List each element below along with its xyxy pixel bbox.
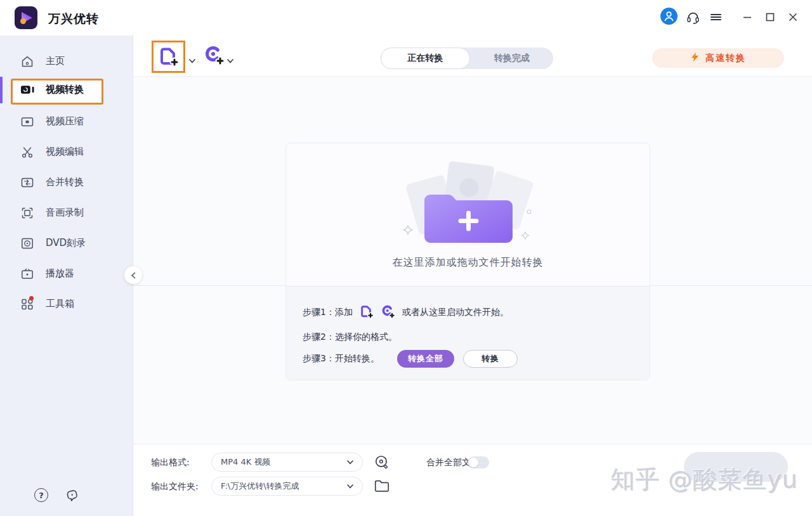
step2-row: 步骤2：选择你的格式。 xyxy=(303,330,397,345)
browse-folder-icon[interactable] xyxy=(373,477,391,495)
add-file-button[interactable] xyxy=(152,41,185,73)
sidebar-collapse-handle[interactable] xyxy=(124,266,142,284)
video-convert-icon xyxy=(20,83,34,97)
output-format-label: 输出格式: xyxy=(151,457,190,468)
help-icon[interactable] xyxy=(34,488,49,503)
file-plus-icon xyxy=(157,46,180,68)
sidebar-item-home[interactable]: 主页 xyxy=(0,48,133,75)
main-content: 在这里添加或拖动文件开始转换 步骤1：添加 或者从这里启动文件开始。 步骤2：选… xyxy=(133,77,812,516)
add-dvd-button[interactable] xyxy=(203,44,226,67)
merge-files-toggle[interactable] xyxy=(468,456,489,468)
sidebar-item-merge-convert[interactable]: 合并转换 xyxy=(0,169,133,197)
feedback-icon[interactable] xyxy=(65,488,80,503)
disc-plus-icon xyxy=(203,44,226,67)
sidebar-item-video-compress[interactable]: 视频压缩 xyxy=(0,108,133,136)
step1-suffix-text: 或者从这里启动文件开始。 xyxy=(402,307,509,318)
tab-converted[interactable]: 转换完成 xyxy=(471,48,553,69)
output-format-select[interactable]: MP4 4K 视频 xyxy=(211,453,363,472)
output-folder-label: 输出文件夹: xyxy=(151,481,199,493)
tv-player-icon xyxy=(20,267,34,281)
sidebar-item-player[interactable]: 播放器 xyxy=(0,260,133,288)
step3-text: 步骤3：开始转换。 xyxy=(303,353,379,364)
convert-status-tabs: 正在转换 转换完成 xyxy=(381,48,553,69)
dvd-disc-icon xyxy=(20,236,34,250)
toolbar: 正在转换 转换完成 高速转换 xyxy=(133,35,812,77)
video-compress-icon xyxy=(20,115,34,129)
tab-converting[interactable]: 正在转换 xyxy=(381,48,470,69)
maximize-button[interactable] xyxy=(761,8,779,26)
menu-icon[interactable] xyxy=(707,8,724,26)
app-logo-icon xyxy=(14,6,38,30)
sidebar: 主页 视频转换 视频压缩 视频编辑 xyxy=(0,35,133,516)
app-window: 万兴优转 xyxy=(0,0,812,516)
chevron-down-icon xyxy=(347,460,353,465)
sidebar-item-dvd-burn[interactable]: DVD刻录 xyxy=(0,229,133,257)
sidebar-item-toolbox[interactable]: 工具箱 xyxy=(0,290,133,318)
user-avatar-button[interactable] xyxy=(660,7,678,25)
minimize-button[interactable] xyxy=(738,8,756,26)
chevron-down-icon xyxy=(347,484,353,489)
convert-all-button[interactable]: 转换全部 xyxy=(397,350,454,368)
file-plus-icon xyxy=(359,304,374,321)
output-folder-select[interactable]: F:\万兴优转\转换完成 xyxy=(211,477,363,496)
sidebar-item-video-convert[interactable]: 视频转换 xyxy=(0,76,133,104)
file-drop-area[interactable]: 在这里添加或拖动文件开始转换 xyxy=(286,143,650,286)
lightning-icon xyxy=(690,51,700,65)
format-settings-icon[interactable] xyxy=(373,453,391,471)
sidebar-item-video-edit[interactable]: 视频编辑 xyxy=(0,138,133,166)
sidebar-footer xyxy=(0,488,133,505)
high-speed-convert-button[interactable]: 高速转换 xyxy=(652,48,784,68)
step3-row: 步骤3：开始转换。 转换全部 转换 xyxy=(303,350,518,368)
folder-illustration xyxy=(400,161,537,252)
disc-plus-icon xyxy=(381,304,396,321)
close-button[interactable] xyxy=(784,8,802,26)
app-title: 万兴优转 xyxy=(48,11,99,27)
scissors-icon xyxy=(20,145,34,159)
support-headset-icon[interactable] xyxy=(684,8,702,26)
merge-convert-icon xyxy=(20,176,34,190)
convert-button[interactable]: 转换 xyxy=(463,350,518,368)
home-icon xyxy=(20,55,34,68)
step1-text: 步骤1：添加 xyxy=(303,307,353,318)
add-dvd-dropdown-chevron[interactable] xyxy=(227,54,233,66)
notification-dot xyxy=(29,296,34,300)
sidebar-item-record[interactable]: 音画录制 xyxy=(0,199,133,227)
dropzone-hint: 在这里添加或拖动文件开始转换 xyxy=(286,256,650,269)
step1-row: 步骤1：添加 或者从这里启动文件开始。 xyxy=(303,302,509,323)
convert-all-footer-button[interactable] xyxy=(684,452,788,482)
toggle-knob xyxy=(469,458,478,467)
add-file-dropdown-chevron[interactable] xyxy=(189,54,195,66)
steps-panel: 步骤1：添加 或者从这里启动文件开始。 步骤2：选择你的格式。 步骤3：开始转换… xyxy=(286,286,650,380)
output-settings-bar: 输出格式: MP4 4K 视频 合并全部文件 输出文件夹: F:\万兴优转\转换… xyxy=(133,444,812,516)
screen-record-icon xyxy=(20,206,34,220)
titlebar: 万兴优转 xyxy=(0,0,812,35)
convert-card: 在这里添加或拖动文件开始转换 步骤1：添加 或者从这里启动文件开始。 步骤2：选… xyxy=(285,143,650,380)
